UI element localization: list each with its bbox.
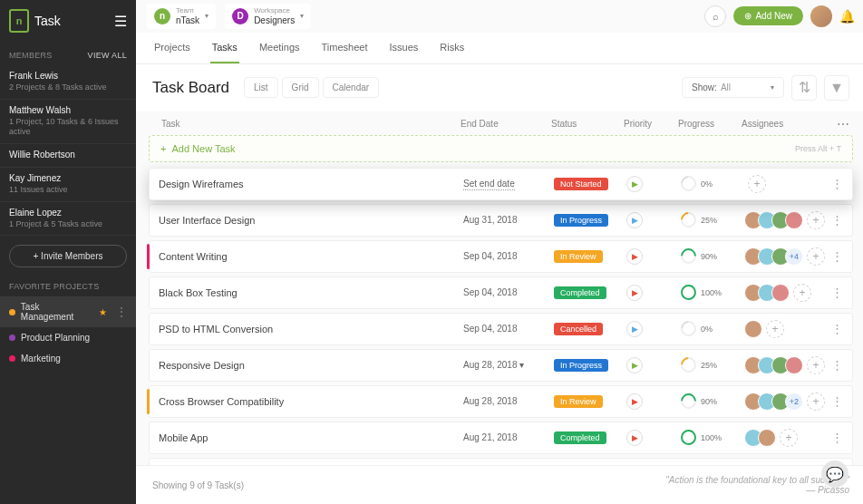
tab-timesheet[interactable]: Timesheet [320, 33, 370, 63]
task-row[interactable]: Mobile App Aug 21, 2018 Completed ▶ 100%… [149, 422, 853, 454]
row-more-icon[interactable]: ⋮ [825, 322, 843, 335]
status-badge[interactable]: In Review [554, 250, 603, 263]
status-badge[interactable]: Completed [554, 431, 606, 444]
invite-members-button[interactable]: + Invite Members [9, 245, 127, 267]
tab-meetings[interactable]: Meetings [257, 33, 302, 63]
add-new-button[interactable]: ⊕Add New [733, 6, 803, 25]
col-priority: Priority [624, 119, 678, 129]
tab-risks[interactable]: Risks [438, 33, 466, 63]
task-end-date[interactable]: Aug 28, 2018 [463, 396, 554, 406]
chat-icon[interactable]: 💬 [821, 460, 848, 488]
more-assignees[interactable]: +4 [785, 247, 803, 266]
add-assignee-icon[interactable]: + [807, 247, 825, 266]
priority-flag-icon[interactable]: ▶ [626, 212, 643, 228]
search-icon[interactable]: ⌕ [704, 5, 726, 27]
show-filter[interactable]: Show: All ▾ [682, 77, 784, 98]
task-row[interactable]: User Interface Design Aug 31, 2018 In Pr… [149, 204, 853, 237]
task-end-date[interactable]: Set end date [463, 179, 554, 189]
tab-issues[interactable]: Issues [387, 33, 420, 63]
col-status: Status [551, 119, 624, 129]
status-badge[interactable]: Cancelled [554, 323, 603, 335]
sidebar-project[interactable]: Task Management★⋮ [0, 296, 136, 327]
col-more-icon[interactable]: ⋯ [822, 117, 849, 131]
row-more-icon[interactable]: ⋮ [825, 358, 843, 372]
workspace-name: Designers [254, 15, 295, 25]
task-row[interactable]: Website Design & Development Aug 20, 201… [149, 458, 853, 465]
task-end-date[interactable]: Aug 31, 2018 [463, 215, 554, 225]
workspace-crumb[interactable]: D WorkspaceDesigners ▾ [225, 4, 311, 29]
task-row[interactable]: Black Box Testing Sep 04, 2018 Completed… [149, 276, 853, 309]
task-end-date[interactable]: Aug 28, 2018 ▾ [463, 360, 554, 370]
add-assignee-icon[interactable]: + [748, 175, 766, 193]
filter-icon[interactable]: ▼ [824, 75, 849, 101]
notifications-icon[interactable]: 🔔 [839, 9, 855, 24]
priority-flag-icon[interactable]: ▶ [626, 357, 643, 373]
task-row[interactable]: Cross Browser Compatibility Aug 28, 2018… [149, 385, 853, 418]
member-item[interactable]: Kay Jimenez11 Issues active [0, 168, 136, 202]
task-end-date[interactable]: Aug 21, 2018 [463, 432, 554, 442]
view-list[interactable]: List [244, 77, 278, 98]
add-assignee-icon[interactable]: + [793, 284, 811, 302]
status-badge[interactable]: Not Started [554, 178, 608, 190]
priority-flag-icon[interactable]: ▶ [626, 248, 643, 265]
sort-icon[interactable]: ⇅ [791, 75, 817, 101]
task-assignees: + [744, 429, 825, 447]
task-row[interactable]: Responsive Design Aug 28, 2018 ▾ In Prog… [149, 349, 853, 382]
assignee-avatar[interactable] [785, 356, 803, 374]
progress-ring-icon [677, 318, 699, 340]
user-avatar[interactable] [810, 5, 832, 27]
view-calendar[interactable]: Calendar [323, 77, 380, 98]
status-badge[interactable]: In Review [554, 395, 603, 408]
add-task-row[interactable]: + Add New Task Press Alt + T [149, 135, 853, 162]
assignee-avatar[interactable] [771, 284, 790, 302]
priority-flag-icon[interactable]: ▶ [626, 393, 643, 410]
tab-tasks[interactable]: Tasks [210, 33, 239, 63]
progress-ring-icon [681, 285, 696, 300]
member-item[interactable]: Willie Robertson [0, 144, 136, 168]
footer-author: — Picasso [665, 485, 849, 495]
status-badge[interactable]: Completed [554, 286, 606, 299]
row-more-icon[interactable]: ⋮ [825, 286, 843, 299]
menu-toggle-icon[interactable]: ☰ [114, 13, 127, 30]
member-item[interactable]: Elaine Lopez1 Project & 5 Tasks active [0, 202, 136, 237]
topbar: n TeamnTask ▾ D WorkspaceDesigners ▾ ⌕ ⊕… [136, 0, 863, 33]
tab-projects[interactable]: Projects [152, 33, 192, 63]
priority-bar-icon [147, 389, 150, 414]
priority-flag-icon[interactable]: ▶ [626, 285, 643, 301]
row-more-icon[interactable]: ⋮ [825, 394, 843, 408]
view-all-link[interactable]: View All [88, 51, 127, 60]
view-grid[interactable]: Grid [282, 77, 319, 98]
task-row[interactable]: Content Writing Sep 04, 2018 In Review ▶… [149, 240, 853, 273]
row-more-icon[interactable]: ⋮ [825, 431, 843, 444]
more-icon[interactable]: ⋮ [116, 305, 127, 318]
status-badge[interactable]: In Progress [554, 359, 608, 372]
row-more-icon[interactable]: ⋮ [825, 249, 843, 263]
add-assignee-icon[interactable]: + [807, 356, 825, 374]
tabs: ProjectsTasksMeetingsTimesheetIssuesRisk… [136, 33, 863, 64]
assignee-avatar[interactable] [785, 211, 803, 229]
task-end-date[interactable]: Sep 04, 2018 [463, 287, 554, 297]
add-assignee-icon[interactable]: + [766, 320, 784, 338]
task-end-date[interactable]: Sep 04, 2018 [463, 324, 554, 334]
team-crumb[interactable]: n TeamnTask ▾ [147, 4, 216, 29]
member-item[interactable]: Frank Lewis2 Projects & 8 Tasks active [0, 65, 136, 100]
row-more-icon[interactable]: ⋮ [825, 213, 843, 227]
add-assignee-icon[interactable]: + [780, 429, 798, 447]
add-assignee-icon[interactable]: + [807, 393, 825, 411]
task-row[interactable]: Design Wireframes Set end date Not Start… [149, 168, 853, 200]
row-more-icon[interactable]: ⋮ [825, 177, 843, 190]
more-assignees[interactable]: +2 [785, 393, 803, 411]
task-end-date[interactable]: Sep 04, 2018 [463, 251, 554, 261]
logo[interactable]: n Task [9, 9, 61, 33]
status-badge[interactable]: In Progress [554, 214, 608, 227]
assignee-avatar[interactable] [744, 320, 762, 338]
task-row[interactable]: PSD to HTML Conversion Sep 04, 2018 Canc… [149, 313, 853, 345]
priority-flag-icon[interactable]: ▶ [626, 321, 643, 337]
priority-flag-icon[interactable]: ▶ [626, 176, 643, 192]
sidebar-project[interactable]: Marketing [0, 348, 136, 369]
assignee-avatar[interactable] [758, 429, 776, 447]
sidebar-project[interactable]: Product Planning [0, 327, 136, 348]
member-item[interactable]: Matthew Walsh1 Project, 10 Tasks & 6 Iss… [0, 100, 136, 144]
add-assignee-icon[interactable]: + [807, 211, 825, 229]
priority-flag-icon[interactable]: ▶ [626, 430, 643, 446]
